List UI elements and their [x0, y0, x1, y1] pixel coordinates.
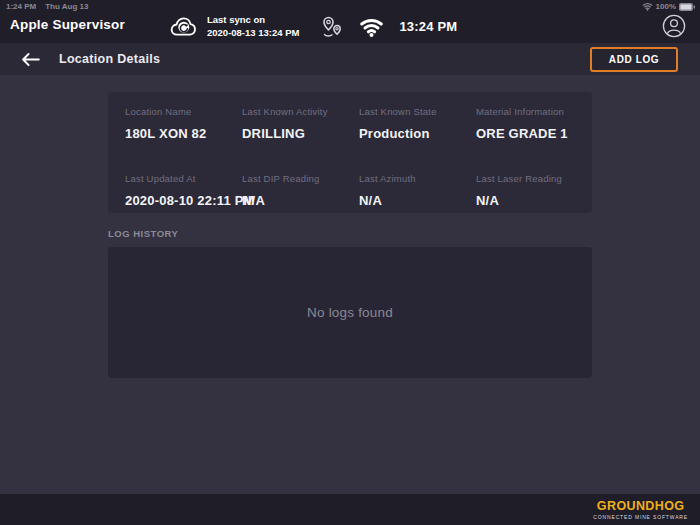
detail-field-last-updated-at: Last Updated At 2020-08-10 22:11 PM	[125, 173, 242, 214]
sync-timestamp: 2020-08-13 13:24 PM	[207, 27, 299, 39]
field-label: Last DIP Reading	[242, 173, 359, 184]
header-center-cluster: Last sync on 2020-08-13 13:24 PM	[168, 11, 457, 42]
header-clock: 13:24 PM	[399, 19, 457, 34]
sync-text: Last sync on 2020-08-13 13:24 PM	[207, 14, 299, 39]
status-time: 1:24 PM	[6, 2, 36, 11]
detail-field-last-azimuth: Last Azimuth N/A	[359, 173, 476, 214]
screen: 1:24 PMThu Aug 13 100%	[0, 0, 700, 525]
location-details-card: Location Name 180L XON 82 Last Known Act…	[108, 92, 592, 213]
field-value: N/A	[242, 193, 359, 208]
log-history-title: LOG HISTORY	[108, 228, 178, 239]
back-button[interactable]	[20, 50, 42, 68]
groundhog-logo: GROUNDHOG CONNECTED MINE SOFTWARE	[593, 500, 688, 520]
wifi-icon	[359, 17, 384, 37]
empty-state-message: No logs found	[307, 305, 393, 320]
location-pins-icon	[320, 15, 344, 39]
avatar[interactable]	[662, 14, 686, 38]
field-label: Location Name	[125, 106, 242, 117]
field-label: Last Updated At	[125, 173, 242, 184]
field-label: Last Known Activity	[242, 106, 359, 117]
field-label: Last Known State	[359, 106, 476, 117]
wifi-status-icon	[642, 2, 653, 11]
field-label: Material Information	[476, 106, 593, 117]
field-value: 2020-08-10 22:11 PM	[125, 193, 242, 208]
field-value: N/A	[359, 193, 476, 208]
detail-field-last-known-state: Last Known State Production	[359, 106, 476, 147]
field-value: DRILLING	[242, 126, 359, 141]
brand-tagline: CONNECTED MINE SOFTWARE	[593, 515, 688, 520]
page-toolbar: Location Details ADD LOG	[0, 43, 700, 75]
field-value: ORE GRADE 1	[476, 126, 593, 141]
app-header: 1:24 PMThu Aug 13 100%	[0, 0, 700, 43]
battery-percent-label: 100%	[656, 2, 676, 11]
field-value: N/A	[476, 193, 593, 208]
status-time-date: 1:24 PMThu Aug 13	[6, 2, 98, 11]
status-indicators: 100%	[642, 2, 695, 11]
status-date: Thu Aug 13	[45, 2, 88, 11]
sync-label: Last sync on	[207, 14, 299, 26]
sync-status[interactable]: Last sync on 2020-08-13 13:24 PM	[168, 14, 299, 39]
detail-field-location-name: Location Name 180L XON 82	[125, 106, 242, 147]
detail-field-material-information: Material Information ORE GRADE 1	[476, 106, 593, 147]
battery-icon	[679, 3, 695, 11]
detail-field-last-dip-reading: Last DIP Reading N/A	[242, 173, 359, 214]
field-label: Last Azimuth	[359, 173, 476, 184]
footer: GROUNDHOG CONNECTED MINE SOFTWARE	[0, 494, 700, 525]
field-value: Production	[359, 126, 476, 141]
page-title: Location Details	[59, 52, 160, 66]
app-header-row: Apple Supervisor Last sync on 2020-08-13	[0, 11, 700, 42]
brand-name: GROUNDHOG	[593, 500, 688, 513]
field-value: 180L XON 82	[125, 126, 242, 141]
field-label: Last Laser Reading	[476, 173, 593, 184]
detail-field-last-laser-reading: Last Laser Reading N/A	[476, 173, 593, 214]
cloud-sync-icon	[168, 16, 199, 37]
app-title: Apple Supervisor	[10, 17, 125, 32]
detail-field-last-known-activity: Last Known Activity DRILLING	[242, 106, 359, 147]
add-log-button[interactable]: ADD LOG	[590, 47, 678, 72]
log-history-panel: No logs found	[108, 247, 592, 378]
